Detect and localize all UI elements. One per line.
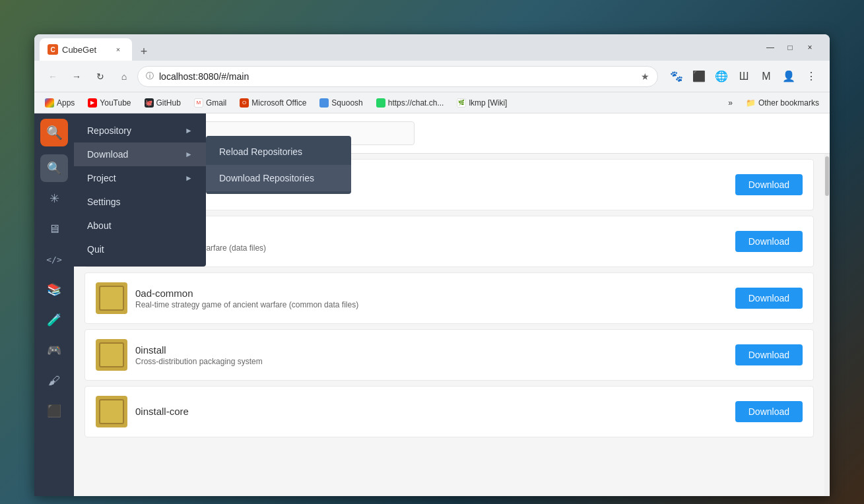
- sidebar-item-paint[interactable]: 🖌: [40, 367, 68, 394]
- bookmark-favicon-squoosh: [319, 98, 329, 108]
- bookmark-label-gmail: Gmail: [206, 98, 226, 108]
- package-item: 0install-core Download: [84, 386, 814, 437]
- bookmark-squoosh[interactable]: Squoosh: [314, 97, 368, 109]
- bookmark-label-msoffice: Microsoft Office: [251, 98, 306, 108]
- menu-icon[interactable]: ⋮: [801, 66, 822, 87]
- package-item: 0install Cross-distribution packaging sy…: [84, 329, 814, 381]
- package-info-0ad-data: 0ad-data ...game of ancient warfare (dat…: [135, 231, 727, 253]
- sidebar-item-desktop[interactable]: 🖥: [40, 215, 68, 243]
- bookmark-favicon-gmail: M: [194, 98, 203, 108]
- package-name-0install-core: 0install-core: [135, 406, 727, 417]
- back-button[interactable]: ←: [42, 66, 63, 87]
- reload-button[interactable]: ↻: [90, 66, 111, 87]
- sidebar-item-more[interactable]: ⬛: [40, 397, 68, 425]
- other-bookmarks-label: Other bookmarks: [758, 98, 819, 108]
- minimize-button[interactable]: —: [761, 38, 780, 57]
- bookmarks-more-button[interactable]: »: [723, 97, 738, 109]
- bookmark-youtube[interactable]: ▶ YouTube: [83, 97, 136, 109]
- science-icon: 🧪: [47, 313, 61, 327]
- menu-item-repository[interactable]: Repository ►: [74, 119, 206, 142]
- download-button-0ad-common[interactable]: Download: [735, 288, 803, 309]
- package-icon-inner: [99, 286, 124, 311]
- menu-label-quit: Quit: [87, 244, 104, 255]
- toolbar-icons: 🐾 ⬛ 🌐 Ш M 👤 ⋮: [666, 66, 822, 87]
- submenu-label-reload-repos: Reload Repositories: [219, 146, 302, 157]
- sidebar-item-plugins[interactable]: ✳: [40, 185, 68, 212]
- sidebar-logo[interactable]: 🔍: [40, 119, 68, 146]
- bookmark-star-icon[interactable]: ★: [641, 71, 649, 82]
- tab-close-button[interactable]: ×: [112, 44, 124, 55]
- sidebar-item-search[interactable]: 🔍: [40, 154, 68, 182]
- bookmark-wiki[interactable]: 🌿 lkmp [Wiki]: [451, 97, 512, 109]
- bookmark-label-chat: https://chat.ch...: [388, 98, 444, 108]
- menu-arrow-download: ►: [185, 150, 193, 159]
- bookmark-label-squoosh: Squoosh: [331, 98, 362, 108]
- bookmark-chat[interactable]: https://chat.ch...: [371, 97, 449, 109]
- bookmark-apps[interactable]: Apps: [40, 97, 80, 109]
- code-icon: </>: [46, 255, 61, 265]
- submenu-item-reload-repos[interactable]: Reload Repositories: [206, 139, 351, 165]
- gmail-icon[interactable]: M: [756, 66, 777, 87]
- package-icon-inner: [99, 342, 124, 367]
- package-name-0ad-data: 0ad-data: [135, 231, 727, 242]
- translate-icon[interactable]: Ш: [733, 66, 754, 87]
- download-button-0install[interactable]: Download: [735, 344, 803, 365]
- sidebar-item-science[interactable]: 🧪: [40, 306, 68, 334]
- extensions-icon[interactable]: 🐾: [666, 66, 687, 87]
- package-icon-0install-core: [96, 396, 127, 427]
- sidebar: 🔍 🔍 ✳ 🖥 </> 📚 🧪: [34, 113, 74, 496]
- bookmark-other[interactable]: 📁 Other bookmarks: [741, 97, 824, 109]
- bookmark-msoffice[interactable]: O Microsoft Office: [234, 97, 312, 109]
- title-bar: C CubeGet × + — □ ×: [34, 34, 830, 61]
- active-tab[interactable]: C CubeGet ×: [40, 38, 132, 61]
- menu-item-project[interactable]: Project ►: [74, 166, 206, 190]
- menu-item-about[interactable]: About: [74, 214, 206, 237]
- menu-label-about: About: [87, 220, 112, 231]
- menu-item-download[interactable]: Download ►: [74, 142, 206, 166]
- download-button-0ad-data[interactable]: Download: [735, 231, 803, 252]
- new-tab-button[interactable]: +: [135, 42, 153, 61]
- sidebar-item-games[interactable]: 🎮: [40, 336, 68, 364]
- forward-button[interactable]: →: [66, 66, 87, 87]
- package-info-0ad-common: 0ad-common Real-time strategy game of an…: [135, 288, 727, 309]
- tab-bar: C CubeGet × +: [40, 34, 761, 61]
- submenu-item-download-repos[interactable]: Download Repositories: [206, 165, 351, 191]
- profile-icon[interactable]: 👤: [778, 66, 799, 87]
- games-icon: 🎮: [47, 343, 61, 358]
- plugins-icon: ✳: [50, 191, 59, 206]
- bookmark-favicon-wiki: 🌿: [457, 98, 466, 108]
- main-menu: Repository ► Download ► Project ► Settin…: [74, 113, 206, 267]
- app-container: 🔍 🔍 ✳ 🖥 </> 📚 🧪: [34, 113, 830, 496]
- package-icon-inner: [99, 399, 124, 424]
- download-button-0install-core[interactable]: Download: [735, 401, 803, 422]
- sidebar-item-books[interactable]: 📚: [40, 276, 68, 303]
- browser-content: 🔍 🔍 ✳ 🖥 </> 📚 🧪: [34, 113, 830, 496]
- address-bar[interactable]: ⓘ localhost:8080/#/main ★: [137, 66, 658, 87]
- menu-label-repository: Repository: [87, 125, 131, 136]
- home-button[interactable]: ⌂: [114, 66, 135, 87]
- bookmark-favicon-chat: [376, 98, 385, 108]
- browser-window: C CubeGet × + — □ × ← → ↻ ⌂ ⓘ localhost:…: [34, 34, 830, 496]
- security-icon: ⓘ: [146, 71, 154, 82]
- close-button[interactable]: ×: [801, 38, 819, 57]
- package-desc-0ad-data: ...game of ancient warfare (data files): [135, 243, 727, 253]
- theme-icon[interactable]: ⬛: [688, 66, 710, 87]
- scroll-track[interactable]: [824, 154, 830, 496]
- sidebar-item-code[interactable]: </>: [40, 245, 68, 273]
- grammarly-icon[interactable]: 🌐: [711, 66, 732, 87]
- menu-item-settings[interactable]: Settings: [74, 190, 206, 214]
- bookmark-github[interactable]: 🐙 GitHub: [139, 97, 186, 109]
- window-controls: — □ ×: [761, 38, 819, 57]
- bookmark-favicon-msoffice: O: [240, 98, 249, 108]
- bookmark-label-apps: Apps: [57, 98, 75, 108]
- search-icon: 🔍: [47, 161, 61, 175]
- more-icon: ⬛: [47, 404, 61, 418]
- folder-icon: 📁: [746, 98, 756, 108]
- package-info-0install: 0install Cross-distribution packaging sy…: [135, 344, 727, 366]
- package-name-0install: 0install: [135, 344, 727, 356]
- menu-item-quit[interactable]: Quit: [74, 237, 206, 261]
- menu-label-settings: Settings: [87, 197, 121, 207]
- download-button-0ad[interactable]: Download: [735, 174, 803, 195]
- bookmark-gmail[interactable]: M Gmail: [189, 97, 232, 109]
- maximize-button[interactable]: □: [781, 38, 799, 57]
